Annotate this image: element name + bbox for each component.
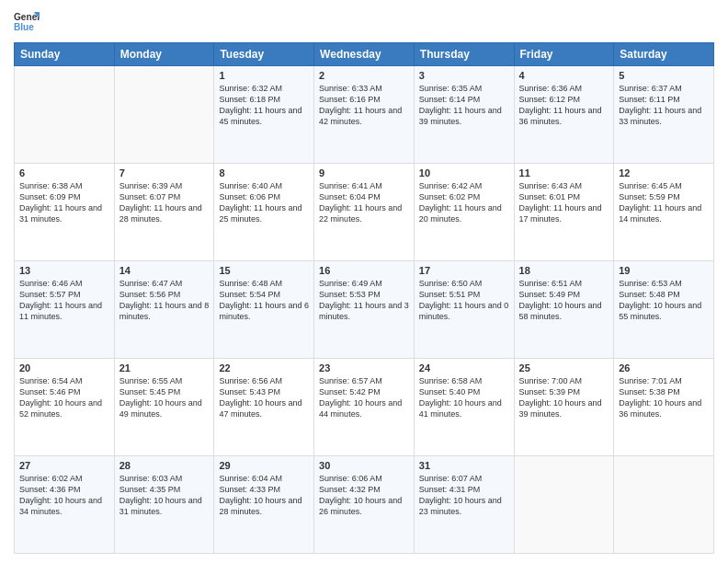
- day-number: 16: [319, 265, 409, 276]
- day-number: 4: [519, 70, 609, 81]
- calendar-cell: 23 Sunrise: 6:57 AMSunset: 5:42 PMDaylig…: [314, 359, 415, 456]
- cell-info: Sunrise: 6:03 AMSunset: 4:35 PMDaylight:…: [119, 473, 210, 518]
- cell-info: Sunrise: 6:49 AMSunset: 5:53 PMDaylight:…: [319, 278, 409, 323]
- calendar-cell: 24 Sunrise: 6:58 AMSunset: 5:40 PMDaylig…: [414, 359, 514, 456]
- day-number: 9: [319, 167, 409, 178]
- cell-info: Sunrise: 6:53 AMSunset: 5:48 PMDaylight:…: [619, 278, 709, 323]
- calendar-cell: 27 Sunrise: 6:02 AMSunset: 4:36 PMDaylig…: [15, 456, 115, 554]
- day-number: 28: [119, 460, 210, 471]
- calendar-cell: 16 Sunrise: 6:49 AMSunset: 5:53 PMDaylig…: [314, 261, 415, 359]
- calendar-cell: 19 Sunrise: 6:53 AMSunset: 5:48 PMDaylig…: [614, 261, 714, 359]
- cell-info: Sunrise: 6:32 AMSunset: 6:18 PMDaylight:…: [219, 83, 309, 128]
- calendar-cell: 12 Sunrise: 6:45 AMSunset: 5:59 PMDaylig…: [614, 164, 714, 261]
- day-number: 2: [319, 70, 409, 81]
- cell-info: Sunrise: 6:46 AMSunset: 5:57 PMDaylight:…: [19, 278, 109, 323]
- calendar-cell: 3 Sunrise: 6:35 AMSunset: 6:14 PMDayligh…: [414, 66, 514, 164]
- cell-info: Sunrise: 6:35 AMSunset: 6:14 PMDaylight:…: [419, 83, 509, 128]
- cell-info: Sunrise: 6:42 AMSunset: 6:02 PMDaylight:…: [419, 180, 509, 225]
- cell-info: Sunrise: 6:51 AMSunset: 5:49 PMDaylight:…: [519, 278, 609, 323]
- cell-info: Sunrise: 6:47 AMSunset: 5:56 PMDaylight:…: [119, 278, 210, 323]
- day-number: 6: [19, 167, 109, 178]
- calendar-cell: [114, 66, 214, 164]
- cell-info: Sunrise: 6:40 AMSunset: 6:06 PMDaylight:…: [219, 180, 309, 225]
- cell-info: Sunrise: 6:33 AMSunset: 6:16 PMDaylight:…: [319, 83, 409, 128]
- day-number: 13: [19, 265, 109, 276]
- cell-info: Sunrise: 6:06 AMSunset: 4:32 PMDaylight:…: [319, 473, 409, 518]
- calendar-cell: 8 Sunrise: 6:40 AMSunset: 6:06 PMDayligh…: [214, 164, 314, 261]
- cell-info: Sunrise: 6:43 AMSunset: 6:01 PMDaylight:…: [519, 180, 609, 225]
- day-number: 23: [319, 362, 409, 373]
- day-number: 5: [619, 70, 709, 81]
- calendar-cell: 15 Sunrise: 6:48 AMSunset: 5:54 PMDaylig…: [214, 261, 314, 359]
- day-number: 21: [119, 362, 210, 373]
- cell-info: Sunrise: 6:55 AMSunset: 5:45 PMDaylight:…: [119, 375, 210, 420]
- day-number: 11: [519, 167, 609, 178]
- calendar-cell: 9 Sunrise: 6:41 AMSunset: 6:04 PMDayligh…: [314, 164, 415, 261]
- calendar-cell: 6 Sunrise: 6:38 AMSunset: 6:09 PMDayligh…: [15, 164, 115, 261]
- day-number: 26: [619, 362, 709, 373]
- day-header-sunday: Sunday: [15, 43, 115, 66]
- calendar-cell: 1 Sunrise: 6:32 AMSunset: 6:18 PMDayligh…: [214, 66, 314, 164]
- day-number: 27: [19, 460, 109, 471]
- calendar-cell: 5 Sunrise: 6:37 AMSunset: 6:11 PMDayligh…: [614, 66, 714, 164]
- day-header-friday: Friday: [514, 43, 614, 66]
- day-header-monday: Monday: [114, 43, 214, 66]
- cell-info: Sunrise: 7:00 AMSunset: 5:39 PMDaylight:…: [519, 375, 609, 420]
- svg-text:Blue: Blue: [14, 22, 34, 32]
- calendar-cell: 13 Sunrise: 6:46 AMSunset: 5:57 PMDaylig…: [15, 261, 115, 359]
- day-header-thursday: Thursday: [414, 43, 514, 66]
- calendar-cell: 17 Sunrise: 6:50 AMSunset: 5:51 PMDaylig…: [414, 261, 514, 359]
- day-header-wednesday: Wednesday: [314, 43, 415, 66]
- day-number: 7: [119, 167, 210, 178]
- calendar-cell: [514, 456, 614, 554]
- day-number: 8: [219, 167, 309, 178]
- calendar-week-row: 1 Sunrise: 6:32 AMSunset: 6:18 PMDayligh…: [15, 66, 714, 164]
- cell-info: Sunrise: 7:01 AMSunset: 5:38 PMDaylight:…: [619, 375, 709, 420]
- logo: General Blue: [14, 9, 40, 35]
- cell-info: Sunrise: 6:39 AMSunset: 6:07 PMDaylight:…: [119, 180, 210, 225]
- day-number: 12: [619, 167, 709, 178]
- calendar-week-row: 27 Sunrise: 6:02 AMSunset: 4:36 PMDaylig…: [15, 456, 714, 554]
- calendar-header-row: SundayMondayTuesdayWednesdayThursdayFrid…: [15, 43, 714, 66]
- day-number: 19: [619, 265, 709, 276]
- day-number: 22: [219, 362, 309, 373]
- cell-info: Sunrise: 6:02 AMSunset: 4:36 PMDaylight:…: [19, 473, 109, 518]
- calendar-cell: 29 Sunrise: 6:04 AMSunset: 4:33 PMDaylig…: [214, 456, 314, 554]
- day-number: 10: [419, 167, 509, 178]
- calendar-week-row: 20 Sunrise: 6:54 AMSunset: 5:46 PMDaylig…: [15, 359, 714, 456]
- calendar-cell: 30 Sunrise: 6:06 AMSunset: 4:32 PMDaylig…: [314, 456, 415, 554]
- day-header-tuesday: Tuesday: [214, 43, 314, 66]
- day-number: 1: [219, 70, 309, 81]
- page-header: General Blue: [14, 9, 714, 35]
- cell-info: Sunrise: 6:38 AMSunset: 6:09 PMDaylight:…: [19, 180, 109, 225]
- day-number: 14: [119, 265, 210, 276]
- calendar-cell: [614, 456, 714, 554]
- day-number: 15: [219, 265, 309, 276]
- cell-info: Sunrise: 6:37 AMSunset: 6:11 PMDaylight:…: [619, 83, 709, 128]
- cell-info: Sunrise: 6:07 AMSunset: 4:31 PMDaylight:…: [419, 473, 509, 518]
- day-number: 25: [519, 362, 609, 373]
- cell-info: Sunrise: 6:56 AMSunset: 5:43 PMDaylight:…: [219, 375, 309, 420]
- logo-icon: General Blue: [14, 9, 40, 35]
- cell-info: Sunrise: 6:58 AMSunset: 5:40 PMDaylight:…: [419, 375, 509, 420]
- cell-info: Sunrise: 6:36 AMSunset: 6:12 PMDaylight:…: [519, 83, 609, 128]
- day-header-saturday: Saturday: [614, 43, 714, 66]
- calendar-table: SundayMondayTuesdayWednesdayThursdayFrid…: [14, 42, 714, 554]
- day-number: 29: [219, 460, 309, 471]
- cell-info: Sunrise: 6:50 AMSunset: 5:51 PMDaylight:…: [419, 278, 509, 323]
- calendar-cell: 11 Sunrise: 6:43 AMSunset: 6:01 PMDaylig…: [514, 164, 614, 261]
- cell-info: Sunrise: 6:54 AMSunset: 5:46 PMDaylight:…: [19, 375, 109, 420]
- day-number: 18: [519, 265, 609, 276]
- calendar-cell: 10 Sunrise: 6:42 AMSunset: 6:02 PMDaylig…: [414, 164, 514, 261]
- cell-info: Sunrise: 6:04 AMSunset: 4:33 PMDaylight:…: [219, 473, 309, 518]
- day-number: 20: [19, 362, 109, 373]
- cell-info: Sunrise: 6:48 AMSunset: 5:54 PMDaylight:…: [219, 278, 309, 323]
- day-number: 24: [419, 362, 509, 373]
- calendar-week-row: 13 Sunrise: 6:46 AMSunset: 5:57 PMDaylig…: [15, 261, 714, 359]
- calendar-week-row: 6 Sunrise: 6:38 AMSunset: 6:09 PMDayligh…: [15, 164, 714, 261]
- calendar-cell: 25 Sunrise: 7:00 AMSunset: 5:39 PMDaylig…: [514, 359, 614, 456]
- calendar-cell: 18 Sunrise: 6:51 AMSunset: 5:49 PMDaylig…: [514, 261, 614, 359]
- calendar-cell: 14 Sunrise: 6:47 AMSunset: 5:56 PMDaylig…: [114, 261, 214, 359]
- calendar-cell: 20 Sunrise: 6:54 AMSunset: 5:46 PMDaylig…: [15, 359, 115, 456]
- calendar-cell: 22 Sunrise: 6:56 AMSunset: 5:43 PMDaylig…: [214, 359, 314, 456]
